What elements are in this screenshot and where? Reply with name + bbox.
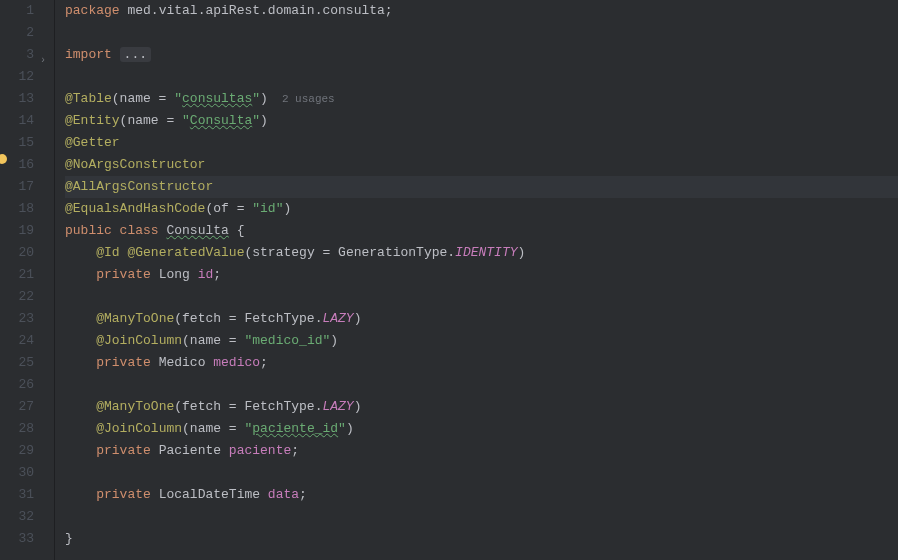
code-line[interactable] xyxy=(65,286,898,308)
token: @Getter xyxy=(65,135,120,150)
token: (name = xyxy=(120,113,182,128)
line-number: 1 xyxy=(0,0,34,22)
code-line[interactable]: private Long id; xyxy=(65,264,898,286)
line-number: 20 xyxy=(0,242,34,264)
token: @JoinColumn xyxy=(96,333,182,348)
token: @Table xyxy=(65,91,112,106)
indent xyxy=(65,355,96,370)
code-line[interactable]: } xyxy=(65,528,898,550)
line-number: 26 xyxy=(0,374,34,396)
token: "id" xyxy=(252,201,283,216)
token: consultas xyxy=(182,91,252,106)
code-line[interactable] xyxy=(65,462,898,484)
token: private xyxy=(96,355,158,370)
token: private xyxy=(96,443,158,458)
code-line[interactable]: @JoinColumn(name = "paciente_id") xyxy=(65,418,898,440)
token: (strategy = GenerationType. xyxy=(244,245,455,260)
token: id xyxy=(198,267,214,282)
token: " xyxy=(174,91,182,106)
token: data xyxy=(268,487,299,502)
token: ; xyxy=(299,487,307,502)
indent xyxy=(65,399,96,414)
token: @NoArgsConstructor xyxy=(65,157,205,172)
token: package xyxy=(65,3,127,18)
token: ; xyxy=(260,355,268,370)
line-number: 3 xyxy=(0,44,34,66)
line-number: 25 xyxy=(0,352,34,374)
code-line[interactable]: private LocalDateTime data; xyxy=(65,484,898,506)
code-line[interactable]: @ManyToOne(fetch = FetchType.LAZY) xyxy=(65,308,898,330)
token: import xyxy=(65,47,120,62)
token: @JoinColumn xyxy=(96,421,182,436)
code-line[interactable]: @AllArgsConstructor xyxy=(65,176,898,198)
line-number: 14 xyxy=(0,110,34,132)
token: paciente_id xyxy=(252,421,338,436)
token: "medico_id" xyxy=(244,333,330,348)
code-line[interactable]: @Getter xyxy=(65,132,898,154)
indent xyxy=(65,421,96,436)
code-line[interactable]: @Id @GeneratedValue(strategy = Generatio… xyxy=(65,242,898,264)
code-area[interactable]: package med.vital.apiRest.domain.consult… xyxy=(55,0,898,560)
token: ; xyxy=(291,443,299,458)
code-line[interactable] xyxy=(65,66,898,88)
line-number: 32 xyxy=(0,506,34,528)
token: LAZY xyxy=(322,311,353,326)
line-number: 13 xyxy=(0,88,34,110)
fold-expand-icon[interactable]: › xyxy=(40,50,46,72)
code-line[interactable]: @JoinColumn(name = "medico_id") xyxy=(65,330,898,352)
line-number: 18 xyxy=(0,198,34,220)
code-line[interactable]: @NoArgsConstructor xyxy=(65,154,898,176)
token: ) xyxy=(354,311,362,326)
gutter: 123›121314151617181920212223242526272829… xyxy=(0,0,55,560)
token: private xyxy=(96,487,158,502)
token: " xyxy=(182,113,190,128)
line-number: 30 xyxy=(0,462,34,484)
token: Medico xyxy=(159,355,214,370)
line-number: 2 xyxy=(0,22,34,44)
token: " xyxy=(338,421,346,436)
usage-hint[interactable]: 2 usages xyxy=(282,93,335,105)
token: " xyxy=(252,91,260,106)
indent xyxy=(65,487,96,502)
code-line[interactable]: private Paciente paciente; xyxy=(65,440,898,462)
code-line[interactable]: public class Consulta { xyxy=(65,220,898,242)
token: Paciente xyxy=(159,443,229,458)
code-line[interactable]: @EqualsAndHashCode(of = "id") xyxy=(65,198,898,220)
code-line[interactable]: @ManyToOne(fetch = FetchType.LAZY) xyxy=(65,396,898,418)
token: (name = xyxy=(182,333,244,348)
token: (fetch = FetchType. xyxy=(174,399,322,414)
token: @AllArgsConstructor xyxy=(65,179,213,194)
line-number: 17 xyxy=(0,176,34,198)
line-number: 22 xyxy=(0,286,34,308)
token: ) xyxy=(260,91,268,106)
code-line[interactable] xyxy=(65,506,898,528)
line-number: 19 xyxy=(0,220,34,242)
token: med.vital.apiRest.domain.consulta; xyxy=(127,3,392,18)
token: @ManyToOne xyxy=(96,311,174,326)
line-number: 12 xyxy=(0,66,34,88)
token: LocalDateTime xyxy=(159,487,268,502)
code-line[interactable]: private Medico medico; xyxy=(65,352,898,374)
code-line[interactable]: package med.vital.apiRest.domain.consult… xyxy=(65,0,898,22)
token: Consulta xyxy=(190,113,252,128)
code-line[interactable] xyxy=(65,374,898,396)
token: Consulta xyxy=(166,223,228,238)
line-number: 27 xyxy=(0,396,34,418)
token: @ManyToOne xyxy=(96,399,174,414)
token: ) xyxy=(518,245,526,260)
token: ) xyxy=(283,201,291,216)
line-number: 28 xyxy=(0,418,34,440)
indent xyxy=(65,245,96,260)
token: public class xyxy=(65,223,166,238)
token: { xyxy=(229,223,245,238)
code-line[interactable] xyxy=(65,22,898,44)
code-line[interactable]: import ... xyxy=(65,44,898,66)
token: (fetch = FetchType. xyxy=(174,311,322,326)
token: medico xyxy=(213,355,260,370)
code-editor[interactable]: 123›121314151617181920212223242526272829… xyxy=(0,0,898,560)
indent xyxy=(65,311,96,326)
code-line[interactable]: @Entity(name = "Consulta") xyxy=(65,110,898,132)
line-number: 23 xyxy=(0,308,34,330)
line-number: 29 xyxy=(0,440,34,462)
code-line[interactable]: @Table(name = "consultas")2 usages xyxy=(65,88,898,110)
